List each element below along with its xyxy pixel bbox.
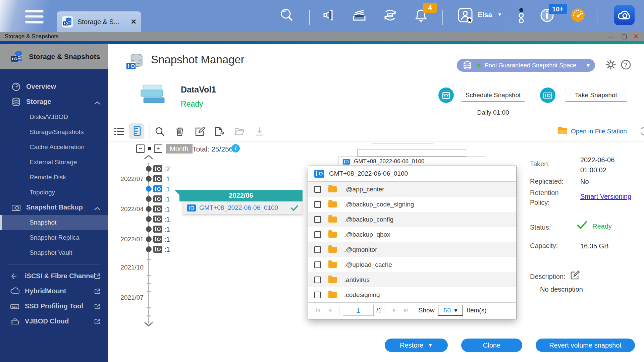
more-options-icon[interactable] xyxy=(518,7,525,23)
timeline-node[interactable]: 2022/01 :1 xyxy=(108,236,192,242)
collapse-chevron-icon[interactable] xyxy=(94,206,101,212)
retention-policy-link[interactable]: Smart Versioning xyxy=(580,193,631,200)
sidebar-item-topology[interactable]: Topology xyxy=(0,185,108,200)
announcements-icon[interactable] xyxy=(322,7,337,23)
sidebar-item-storage[interactable]: Storage xyxy=(0,94,108,109)
resource-monitor-gauge-icon[interactable] xyxy=(570,7,586,23)
open-in-file-station-link[interactable]: Open in File Station xyxy=(571,128,627,135)
scroll-up-chevron-icon[interactable] xyxy=(144,155,154,160)
file-row[interactable]: .@backup_code_signing xyxy=(308,197,516,212)
open-folder-icon[interactable] xyxy=(234,126,245,136)
page-size-select[interactable]: 50 ▾ xyxy=(438,305,463,316)
page-number-input[interactable]: 1 xyxy=(343,305,374,316)
search-snapshot-icon[interactable] xyxy=(155,126,165,136)
sidebar-item-ssd-profiling-tool[interactable]: SSD SSD Profiling Tool xyxy=(0,299,108,314)
file-row[interactable]: .@upload_cache xyxy=(308,257,516,272)
timeline-view-icon[interactable] xyxy=(132,126,142,136)
sidebar-item-hybridmount[interactable]: HybridMount xyxy=(0,284,108,299)
timeline-node[interactable]: :1 xyxy=(108,216,192,222)
checkbox[interactable] xyxy=(314,277,321,283)
file-row[interactable]: .antivirus xyxy=(308,272,516,287)
refresh-icon[interactable] xyxy=(639,126,644,137)
sidebar-item-storage-snapshots[interactable]: Storage/Snapshots xyxy=(0,124,108,139)
previous-page-icon[interactable] xyxy=(327,307,333,313)
checkbox[interactable] xyxy=(314,292,321,298)
sidebar-item-snapshot-vault[interactable]: Snapshot Vault xyxy=(0,245,108,260)
search-icon[interactable] xyxy=(279,7,294,23)
snapshot-camera-icon xyxy=(153,216,162,223)
checkbox[interactable] xyxy=(314,246,321,253)
last-page-icon[interactable] xyxy=(403,307,409,313)
take-snapshot-camera-icon[interactable] xyxy=(540,87,555,103)
checkbox[interactable] xyxy=(314,186,321,193)
sync-backup-icon[interactable] xyxy=(382,7,398,23)
next-page-icon[interactable] xyxy=(391,307,397,313)
app-tab-storage-snapshots[interactable]: Storage & S... ✕ xyxy=(57,11,141,32)
restore-button[interactable]: Restore ▼ xyxy=(385,339,448,352)
checkbox[interactable] xyxy=(314,201,321,208)
sidebar-item-overview[interactable]: Overview xyxy=(0,79,108,94)
timeline-node[interactable]: :1 xyxy=(108,226,192,232)
pool-selector[interactable]: Pool Guaranteed Snapshot Space ▾ xyxy=(457,59,595,72)
sidebar-item-vjbod-cloud[interactable]: VJBOD Cloud xyxy=(0,314,108,329)
sidebar-item-iscsi-fibre-channel[interactable]: iSCSI & Fibre Channel xyxy=(0,268,108,284)
file-row[interactable]: .@app_center xyxy=(308,182,516,197)
revert-volume-snapshot-button[interactable]: Revert volume snapshot xyxy=(536,339,635,352)
user-name[interactable]: Elsa xyxy=(478,11,492,19)
clone-button[interactable]: Clone xyxy=(461,339,522,352)
sidebar-divider xyxy=(7,264,101,264)
checkbox[interactable] xyxy=(314,216,321,223)
tab-close-icon[interactable]: ✕ xyxy=(130,18,137,26)
info-count-badge[interactable]: 10+ xyxy=(549,4,567,14)
background-tasks-icon[interactable] xyxy=(352,7,367,23)
close-window-icon[interactable]: ✕ xyxy=(633,32,639,41)
sidebar-item-snapshot[interactable]: Snapshot xyxy=(0,215,108,230)
file-row[interactable]: .@backup_config xyxy=(308,212,516,227)
maximize-icon[interactable]: ▢ xyxy=(621,32,627,41)
sidebar-item-remote-disk[interactable]: Remote Disk xyxy=(0,170,108,185)
edit-description-icon[interactable] xyxy=(570,270,580,280)
myqnapcloud-icon[interactable] xyxy=(614,5,635,25)
checkbox[interactable] xyxy=(314,261,321,268)
window-accent-bar xyxy=(0,41,644,44)
schedule-snapshot-button[interactable]: Schedule Snapshot xyxy=(461,89,525,102)
file-row[interactable]: .codesigning xyxy=(308,287,516,302)
settings-gear-icon[interactable] xyxy=(605,59,616,70)
minimize-icon[interactable]: — xyxy=(608,32,614,41)
sidebar-item-snapshot-replica[interactable]: Snapshot Replica xyxy=(0,230,108,245)
delete-trash-icon[interactable] xyxy=(175,126,185,136)
snapshot-camera-icon xyxy=(11,203,21,212)
notification-count-badge[interactable]: 4 xyxy=(423,3,437,13)
timeline-node[interactable]: 2022/04 :1 xyxy=(108,206,192,212)
first-page-icon[interactable] xyxy=(316,307,322,313)
sidebar-item-snapshot-backup[interactable]: Snapshot Backup xyxy=(0,200,108,215)
schedule-calendar-icon[interactable] xyxy=(438,87,454,103)
timeline-node[interactable]: 2022/07 :1 xyxy=(108,176,192,182)
main-menu-icon[interactable] xyxy=(25,10,44,24)
timeline-node[interactable]: :2 xyxy=(108,166,192,172)
list-view-icon[interactable] xyxy=(114,126,124,136)
timeline-node[interactable]: :1 xyxy=(108,246,192,252)
select-caret-icon: ▾ xyxy=(454,306,458,314)
checkbox[interactable] xyxy=(314,231,321,238)
sidebar-item-external-storage[interactable]: External Storage xyxy=(0,155,108,170)
scroll-down-chevron-icon[interactable] xyxy=(144,321,154,327)
footer-divider xyxy=(108,335,644,335)
flyout-snapshot-item[interactable]: GMT+08_2022-06-06_0100 xyxy=(183,201,303,214)
help-icon[interactable]: ? xyxy=(621,59,631,70)
user-avatar[interactable] xyxy=(458,7,473,23)
sidebar-item-disks-vjbod[interactable]: Disks/VJBOD xyxy=(0,109,108,124)
take-snapshot-button[interactable]: Take Snapshot xyxy=(565,89,627,102)
sidebar-item-cache-acceleration[interactable]: Cache Acceleration xyxy=(0,139,108,155)
popup-file-list: .@app_center .@backup_code_signing .@bac… xyxy=(308,182,516,302)
file-row[interactable]: .@backup_qbox xyxy=(308,227,516,242)
zoom-out-button[interactable]: − xyxy=(136,144,145,153)
download-icon[interactable] xyxy=(255,126,265,136)
edit-icon[interactable] xyxy=(195,126,205,136)
zoom-in-button[interactable]: + xyxy=(154,144,162,153)
export-icon[interactable] xyxy=(214,126,224,136)
file-row[interactable]: .@qmonitor xyxy=(308,242,516,257)
collapse-chevron-icon[interactable] xyxy=(94,100,101,106)
external-link-icon xyxy=(94,273,101,281)
info-icon[interactable]: i xyxy=(231,144,240,153)
